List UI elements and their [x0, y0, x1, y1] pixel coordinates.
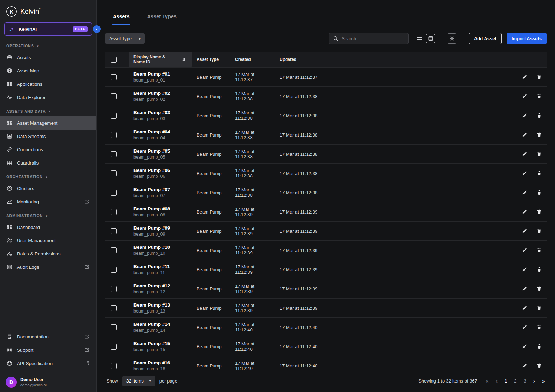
- row-name-cell[interactable]: Beam Pump #06beam_pump_06: [129, 168, 192, 179]
- asset-type-filter[interactable]: Asset Type ▾: [105, 33, 145, 44]
- row-name-cell[interactable]: Beam Pump #10beam_pump_10: [129, 245, 192, 256]
- edit-button[interactable]: [521, 266, 528, 273]
- edit-button[interactable]: [521, 343, 528, 350]
- edit-button[interactable]: [521, 189, 528, 196]
- user-profile[interactable]: D Demo User demo@kelvin.ai: [0, 372, 96, 392]
- delete-button[interactable]: [536, 112, 542, 119]
- sidebar-item-user-management[interactable]: User Management: [0, 234, 96, 247]
- sidebar-item-applications[interactable]: Applications: [0, 77, 96, 91]
- row-name-cell[interactable]: Beam Pump #15beam_pump_15: [129, 341, 192, 352]
- edit-button[interactable]: [521, 209, 528, 215]
- column-header-updated[interactable]: Updated: [275, 57, 513, 62]
- row-name-cell[interactable]: Beam Pump #02beam_pump_02: [129, 91, 192, 102]
- delete-button[interactable]: [536, 74, 542, 80]
- sidebar-item-connections[interactable]: Connections: [0, 143, 96, 156]
- sidebar-item-kelvinai[interactable]: KelvinAI BETA: [4, 22, 92, 36]
- row-checkbox[interactable]: [111, 170, 117, 176]
- edit-button[interactable]: [521, 286, 528, 292]
- sidebar-item-data-streams[interactable]: Data Streams: [0, 130, 96, 143]
- delete-button[interactable]: [536, 324, 542, 330]
- delete-button[interactable]: [536, 209, 542, 215]
- row-checkbox[interactable]: [111, 344, 117, 350]
- row-name-cell[interactable]: Beam Pump #16beam_pump_16: [129, 360, 192, 370]
- row-checkbox[interactable]: [111, 93, 117, 99]
- view-table-button[interactable]: [426, 34, 435, 43]
- column-header-created[interactable]: Created: [230, 57, 275, 62]
- delete-button[interactable]: [536, 286, 542, 292]
- row-checkbox[interactable]: [111, 132, 117, 138]
- row-name-cell[interactable]: Beam Pump #14beam_pump_14: [129, 322, 192, 333]
- page-button-3[interactable]: 3: [524, 379, 526, 383]
- sidebar-item-roles-permissions[interactable]: Roles & Permissions: [0, 247, 96, 260]
- tab-asset-types[interactable]: Asset Types: [146, 14, 177, 25]
- delete-button[interactable]: [536, 132, 542, 138]
- sidebar-item-asset-map[interactable]: Asset Map: [0, 64, 96, 77]
- row-name-cell[interactable]: Beam Pump #13beam_pump_13: [129, 302, 192, 314]
- tab-assets[interactable]: Assets: [112, 14, 130, 25]
- delete-button[interactable]: [536, 266, 542, 273]
- column-header-asset-type[interactable]: Asset Type: [192, 57, 230, 62]
- edit-button[interactable]: [521, 247, 528, 253]
- row-checkbox[interactable]: [111, 267, 117, 273]
- edit-button[interactable]: [521, 363, 528, 369]
- sidebar-collapse-button[interactable]: ‹: [93, 25, 101, 33]
- edit-button[interactable]: [521, 228, 528, 234]
- view-rows-button[interactable]: [415, 34, 424, 43]
- row-name-cell[interactable]: Beam Pump #03beam_pump_03: [129, 110, 192, 121]
- edit-button[interactable]: [521, 170, 528, 176]
- sidebar-section-header-operations[interactable]: OPERATIONS∨: [0, 38, 96, 51]
- page-button-2[interactable]: 2: [514, 379, 516, 383]
- sidebar-section-header-assets-and-data[interactable]: ASSETS AND DATA∨: [0, 104, 96, 116]
- sidebar-item-assets[interactable]: Assets: [0, 51, 96, 64]
- row-checkbox[interactable]: [111, 305, 117, 311]
- prev-page-button[interactable]: ‹: [496, 378, 498, 384]
- first-page-button[interactable]: «: [486, 378, 489, 384]
- edit-button[interactable]: [521, 74, 528, 80]
- delete-button[interactable]: [536, 189, 542, 196]
- delete-button[interactable]: [536, 247, 542, 253]
- page-button-1[interactable]: 1: [505, 379, 507, 383]
- row-checkbox[interactable]: [111, 113, 117, 119]
- sidebar-item-support[interactable]: Support: [0, 343, 96, 357]
- row-checkbox[interactable]: [111, 74, 117, 80]
- next-page-button[interactable]: ›: [533, 378, 535, 384]
- sidebar-item-dashboard[interactable]: Dashboard: [0, 220, 96, 234]
- import-assets-button[interactable]: Import Assets: [507, 33, 547, 44]
- edit-button[interactable]: [521, 112, 528, 119]
- sidebar-item-audit-logs[interactable]: Audit Logs: [0, 260, 96, 274]
- row-checkbox[interactable]: [111, 209, 117, 215]
- select-all-checkbox[interactable]: [111, 57, 117, 63]
- sidebar-section-header-administration[interactable]: ADMINISTRATION∨: [0, 208, 96, 220]
- row-checkbox[interactable]: [111, 190, 117, 196]
- sidebar-item-clusters[interactable]: Clusters: [0, 182, 96, 195]
- row-checkbox[interactable]: [111, 286, 117, 292]
- edit-button[interactable]: [521, 324, 528, 330]
- row-name-cell[interactable]: Beam Pump #08beam_pump_08: [129, 206, 192, 217]
- row-name-cell[interactable]: Beam Pump #04beam_pump_04: [129, 129, 192, 140]
- row-name-cell[interactable]: Beam Pump #12beam_pump_12: [129, 283, 192, 294]
- column-header-display-name[interactable]: Display Name & Name ID: [129, 52, 192, 67]
- delete-button[interactable]: [536, 305, 542, 311]
- sidebar-item-monitoring[interactable]: Monitoring: [0, 195, 96, 208]
- delete-button[interactable]: [536, 151, 542, 157]
- row-checkbox[interactable]: [111, 151, 117, 157]
- row-name-cell[interactable]: Beam Pump #11beam_pump_11: [129, 264, 192, 275]
- page-size-select[interactable]: 32 items ▾: [122, 376, 155, 386]
- row-checkbox[interactable]: [111, 228, 117, 234]
- row-checkbox[interactable]: [111, 247, 117, 253]
- edit-button[interactable]: [521, 93, 528, 99]
- row-checkbox[interactable]: [111, 324, 117, 330]
- edit-button[interactable]: [521, 151, 528, 157]
- row-name-cell[interactable]: Beam Pump #05beam_pump_05: [129, 148, 192, 160]
- sidebar-section-header-orchestration[interactable]: ORCHESTRATION∨: [0, 169, 96, 182]
- row-name-cell[interactable]: Beam Pump #01beam_pump_01: [129, 71, 192, 83]
- sidebar-item-documentation[interactable]: Documentation: [0, 330, 96, 343]
- search-input[interactable]: [342, 36, 405, 41]
- row-name-cell[interactable]: Beam Pump #07beam_pump_07: [129, 187, 192, 198]
- delete-button[interactable]: [536, 228, 542, 234]
- delete-button[interactable]: [536, 343, 542, 350]
- row-checkbox[interactable]: [111, 363, 117, 369]
- sidebar-item-api-specification[interactable]: API Specification: [0, 357, 96, 370]
- add-asset-button[interactable]: Add Asset: [469, 33, 502, 44]
- edit-button[interactable]: [521, 132, 528, 138]
